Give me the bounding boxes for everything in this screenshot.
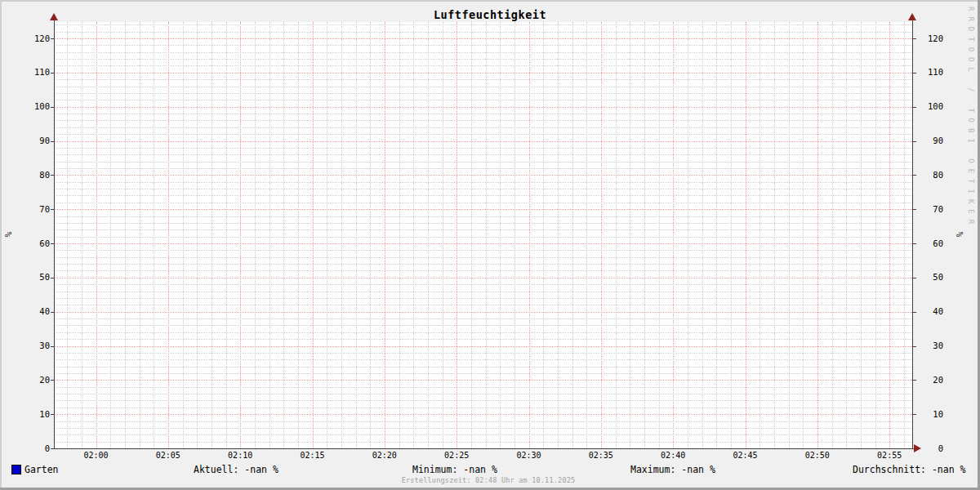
x-tick-label: 02:55 [865,451,914,460]
stat-maximum: Maximum: -nan % [630,465,715,475]
border-bevel-top [0,0,980,2]
x-axis-arrow-icon [914,444,921,452]
y-tick-label-left: 80 [17,171,50,180]
creation-timestamp: Erstellungszeit: 02:48 Uhr am 10.11.2025 [0,476,977,484]
x-tick-label: 02:30 [505,451,554,460]
x-tick-label: 02:50 [793,451,842,460]
y-axis-left-line [54,15,55,449]
y-tick-label-left: 40 [17,307,50,316]
y-tick-mark [913,73,916,74]
y-tick-label-left: 30 [17,341,50,350]
x-tick-label: 02:25 [432,451,481,460]
y-tick-mark [913,312,916,313]
rrdtool-watermark: RRDTOOL / TOBI OETIKER [967,7,975,229]
stat-aktuell: Aktuell: -nan % [194,465,278,475]
y-tick-label-left: 70 [17,205,50,214]
x-tick-label: 02:20 [360,451,409,460]
x-axis-line [51,448,915,449]
border-bevel-left [0,0,2,490]
x-tick-label: 02:45 [721,451,770,460]
y-tick-mark [913,243,916,244]
stat-minimum: Minimum: -nan % [412,465,497,475]
legend-series-label: Garten [24,465,59,475]
y-tick-label-left: 10 [17,410,50,419]
legend-color-swatch [11,465,21,474]
x-tick-label: 02:40 [648,451,697,460]
y-tick-label-left: 100 [17,102,50,111]
y-axis-right-line [912,15,913,449]
x-tick-label: 02:15 [288,451,337,460]
x-tick-label: 02:10 [216,451,265,460]
y-tick-mark [913,346,916,347]
y-tick-label-left: 120 [17,34,50,43]
y-axis-arrow-right-icon [908,13,916,20]
y-tick-mark [913,175,916,176]
y-tick-mark [913,38,916,39]
plot-area [54,22,912,448]
y-tick-label-left: 50 [17,273,50,282]
x-tick-label: 02:00 [72,451,121,460]
y-tick-mark [913,380,916,381]
y-tick-label-left: 20 [17,376,50,385]
y-tick-mark [913,209,916,210]
y-axis-unit-left: % [4,226,14,243]
rrdtool-graph: Luftfeuchtigkeit 00101020203030404050506… [0,0,980,490]
y-axis-unit-right: % [956,226,965,243]
y-tick-mark [913,278,916,278]
y-tick-label-left: 110 [17,68,50,77]
y-tick-mark [913,141,916,142]
y-tick-mark [913,107,916,108]
y-axis-arrow-left-icon [50,13,58,20]
y-tick-label-left: 90 [17,136,50,145]
stat-durchschnitt: Durchschnitt: -nan % [853,465,965,475]
x-tick-label: 02:35 [577,451,626,460]
y-tick-label-left: 60 [17,239,50,248]
y-tick-label-left: 0 [17,444,50,453]
y-tick-mark [913,414,916,415]
x-tick-label: 02:05 [144,451,193,460]
chart-title: Luftfeuchtigkeit [0,8,980,21]
